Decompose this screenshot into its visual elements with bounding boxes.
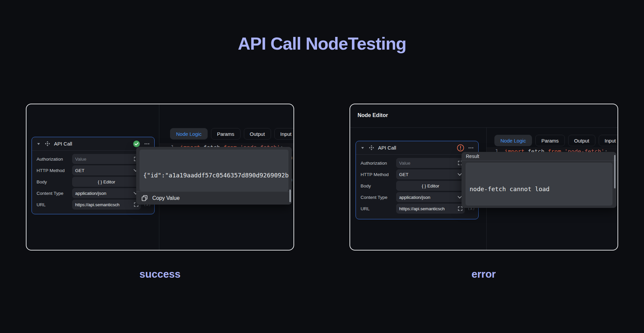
header-divider xyxy=(350,127,618,128)
error-message[interactable]: node-fetch cannot load htttps://api.sema… xyxy=(466,163,612,206)
json-preview[interactable]: {"id":"a1a19aaddf57c0546357d890d9269092b… xyxy=(140,150,288,191)
field-row-body: Body { } Editor xyxy=(37,177,141,187)
authorization-input[interactable]: Value xyxy=(396,158,465,168)
caret-down-icon[interactable] xyxy=(360,146,365,150)
tab-params[interactable]: Params xyxy=(535,135,565,146)
caption-error: error xyxy=(350,268,618,280)
page-title: API Call NodeTesting xyxy=(0,34,644,54)
copy-icon xyxy=(141,195,148,202)
field-row-authorization: Authorization Value xyxy=(37,154,141,164)
field-row-content-type: Content Type application/json xyxy=(37,188,141,198)
field-row-authorization: Authorization Value xyxy=(361,158,465,168)
authorization-placeholder: Value xyxy=(75,157,87,162)
url-value: htttps://api.semanticsch xyxy=(399,206,445,211)
node-header: API Call xyxy=(356,141,478,155)
body-editor-button[interactable]: { } Editor xyxy=(396,181,465,191)
authorization-label: Authorization xyxy=(361,161,396,166)
json-line: {"id":"a1a19aaddf57c0546357d890d9269092b xyxy=(143,170,285,180)
api-call-node[interactable]: API Call Authorization Value HTT xyxy=(356,141,479,219)
node-editor-title: Node Editor xyxy=(358,112,388,118)
tab-bar: Node Logic Params Output Input xyxy=(494,135,618,146)
success-check-icon[interactable] xyxy=(133,140,140,148)
content-type-value: application/json xyxy=(75,191,106,196)
authorization-placeholder: Value xyxy=(399,161,411,166)
copy-value-label: Copy Value xyxy=(152,195,180,201)
tab-bar: Node Logic Params Output Input xyxy=(170,128,294,140)
content-type-select[interactable]: application/json xyxy=(72,188,141,198)
http-method-value: GET xyxy=(399,172,409,177)
content-type-value: application/json xyxy=(399,195,430,200)
body-label: Body xyxy=(37,179,72,184)
move-icon[interactable] xyxy=(369,145,374,151)
card-error: Node Editor Node Logic Params Output Inp… xyxy=(350,104,618,251)
http-method-select[interactable]: GET xyxy=(72,165,141,175)
body-label: Body xyxy=(361,183,396,188)
result-popover: Result node-fetch cannot load htttps://a… xyxy=(462,152,616,208)
tab-output[interactable]: Output xyxy=(244,128,271,140)
url-label: URL xyxy=(37,202,72,207)
error-line: node-fetch cannot load xyxy=(470,184,608,194)
url-input[interactable]: htttps://api.semanticsch xyxy=(396,204,465,214)
content-type-label: Content Type xyxy=(37,191,72,196)
http-method-label: HTTP Method xyxy=(37,168,72,173)
result-popover: {"id":"a1a19aaddf57c0546357d890d9269092b… xyxy=(136,147,292,205)
field-row-http-method: HTTP Method GET xyxy=(361,169,465,179)
url-value: https://api.semanticsch xyxy=(75,202,119,207)
url-input[interactable]: https://api.semanticsch xyxy=(72,200,141,210)
popover-scrollbar[interactable] xyxy=(289,189,291,202)
content-type-label: Content Type xyxy=(361,195,396,200)
authorization-label: Authorization xyxy=(37,157,72,162)
field-row-url: URL htttps://api.semanticsch (x) xyxy=(361,204,465,214)
field-row-body: Body { } Editor xyxy=(361,181,465,191)
move-icon[interactable] xyxy=(45,141,50,147)
field-row-content-type: Content Type application/json xyxy=(361,192,465,202)
tab-params[interactable]: Params xyxy=(211,128,240,140)
http-method-select[interactable]: GET xyxy=(396,169,465,179)
tab-input[interactable]: Input xyxy=(599,135,618,146)
tab-node-logic[interactable]: Node Logic xyxy=(494,135,532,146)
result-popover-title: Result xyxy=(462,152,616,160)
node-title: API Call xyxy=(54,141,72,147)
popover-scrollbar[interactable] xyxy=(614,155,615,188)
node-header: API Call xyxy=(32,137,154,151)
node-body: Authorization Value HTTP Method GET Body xyxy=(356,155,478,214)
caption-success: success xyxy=(26,268,294,280)
body-editor-label: { } Editor xyxy=(98,179,115,184)
node-title: API Call xyxy=(378,145,396,151)
tab-output[interactable]: Output xyxy=(568,135,595,146)
ellipsis-menu-icon[interactable] xyxy=(144,141,150,147)
http-method-label: HTTP Method xyxy=(361,172,396,177)
field-row-http-method: HTTP Method GET xyxy=(37,165,141,175)
ellipsis-menu-icon[interactable] xyxy=(468,145,474,151)
content-type-select[interactable]: application/json xyxy=(396,192,465,202)
card-success: Node Logic Params Output Input 1import f… xyxy=(26,104,294,251)
http-method-value: GET xyxy=(75,168,85,173)
url-label: URL xyxy=(361,206,396,211)
body-editor-label: { } Editor xyxy=(422,183,439,188)
error-alert-icon[interactable] xyxy=(457,144,464,152)
authorization-input[interactable]: Value xyxy=(72,154,141,164)
tab-node-logic[interactable]: Node Logic xyxy=(170,128,208,140)
expand-icon[interactable] xyxy=(458,206,463,211)
caret-down-icon[interactable] xyxy=(36,142,41,146)
tab-input[interactable]: Input xyxy=(274,128,294,140)
field-row-url: URL https://api.semanticsch (x) xyxy=(37,200,141,210)
popover-divider xyxy=(462,160,616,161)
copy-value-button[interactable]: Copy Value xyxy=(136,191,292,204)
body-editor-button[interactable]: { } Editor xyxy=(72,177,141,187)
